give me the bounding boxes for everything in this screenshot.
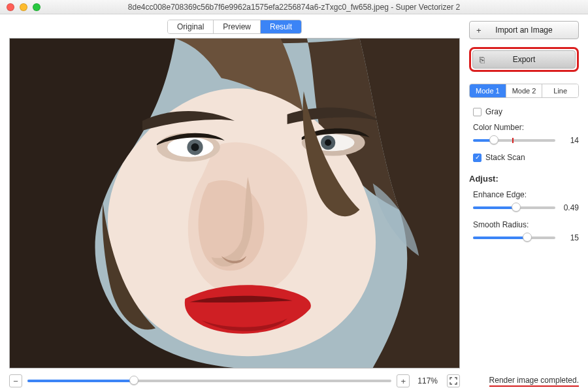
plus-icon: + — [476, 25, 482, 35]
fit-to-screen-button[interactable] — [447, 374, 460, 387]
enhance-edge-value: 0.49 — [561, 203, 579, 212]
sidebar: + Import an Image ⎘ Export Mode 1 Mode 2… — [464, 14, 588, 392]
color-number-label: Color Number: — [473, 123, 579, 132]
mode-tabs: Mode 1 Mode 2 Line — [469, 84, 579, 98]
titlebar: 8de4cc008e708369c56b7f6e9962a1575efa2256… — [0, 0, 588, 14]
color-number-value: 14 — [561, 136, 579, 145]
smooth-radius-row: 15 — [473, 233, 579, 242]
mode-1-tab[interactable]: Mode 1 — [470, 84, 506, 97]
export-highlight: ⎘ Export — [469, 47, 579, 72]
svg-point-8 — [325, 139, 331, 146]
left-pane: Original Preview Result — [0, 14, 464, 392]
color-slider-marker — [512, 138, 514, 143]
mode-line-tab[interactable]: Line — [542, 84, 578, 97]
gray-option: Gray — [473, 107, 579, 116]
zoom-out-button[interactable]: − — [9, 374, 22, 387]
export-label: Export — [513, 55, 536, 64]
gray-label: Gray — [485, 107, 502, 116]
window-title: 8de4cc008e708369c56b7f6e9962a1575efa2256… — [0, 3, 588, 12]
canvas[interactable] — [9, 38, 460, 368]
zoom-bar: − + 117% — [9, 374, 460, 388]
enhance-edge-slider[interactable] — [473, 206, 555, 209]
smooth-radius-label: Smooth Radius: — [473, 220, 579, 229]
import-label: Import an Image — [495, 25, 552, 35]
content-area: Original Preview Result — [0, 14, 588, 392]
enhance-edge-row: 0.49 — [473, 203, 579, 212]
export-button[interactable]: ⎘ Export — [472, 50, 576, 69]
stack-scan-option: Stack Scan — [473, 153, 579, 162]
zoom-slider[interactable] — [27, 380, 391, 382]
fit-icon — [449, 377, 457, 385]
close-window-button[interactable] — [7, 3, 14, 11]
tab-original[interactable]: Original — [168, 20, 214, 33]
status-text: Render image completed. — [489, 376, 579, 387]
window-controls — [0, 3, 41, 11]
view-tabs: Original Preview Result — [167, 20, 302, 34]
tab-preview[interactable]: Preview — [214, 20, 261, 33]
stack-scan-checkbox[interactable] — [473, 154, 482, 162]
view-tabs-row: Original Preview Result — [9, 20, 460, 34]
fullscreen-window-button[interactable] — [33, 3, 41, 11]
gray-checkbox[interactable] — [473, 108, 482, 116]
app-window: 8de4cc008e708369c56b7f6e9962a1575efa2256… — [0, 0, 588, 392]
mode-2-tab[interactable]: Mode 2 — [506, 84, 543, 97]
minimize-window-button[interactable] — [20, 3, 27, 11]
export-icon: ⎘ — [480, 55, 485, 65]
zoom-value: 117% — [417, 376, 438, 385]
zoom-in-button[interactable]: + — [397, 374, 410, 387]
vectorized-portrait — [10, 39, 459, 368]
svg-point-4 — [191, 143, 199, 151]
color-number-slider[interactable] — [473, 139, 555, 142]
adjust-header: Adjust: — [469, 174, 579, 184]
smooth-radius-slider[interactable] — [473, 237, 555, 239]
enhance-edge-label: Enhance Edge: — [473, 190, 579, 199]
tab-result[interactable]: Result — [261, 20, 301, 33]
color-number-row: 14 — [473, 136, 579, 145]
smooth-radius-value: 15 — [561, 233, 579, 242]
stack-scan-label: Stack Scan — [485, 153, 525, 162]
import-image-button[interactable]: + Import an Image — [469, 21, 579, 39]
